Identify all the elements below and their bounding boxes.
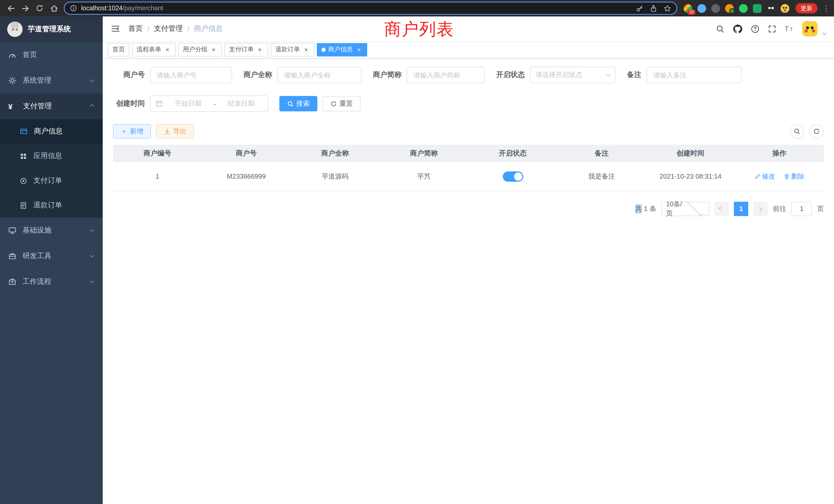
sidebar-item-pay[interactable]: ¥ 支付管理 <box>0 93 103 119</box>
search-button[interactable]: 搜索 <box>279 96 317 111</box>
app-title: 芋道管理系统 <box>28 25 71 34</box>
breadcrumb: 首页 / 支付管理 / 商户信息 <box>128 24 223 33</box>
tab-user-group[interactable]: 用户分组 × <box>178 43 222 56</box>
smiley-extension-icon[interactable] <box>781 4 789 13</box>
share-icon[interactable] <box>650 4 657 12</box>
bookmark-star-icon[interactable] <box>663 4 671 12</box>
toolbox-icon <box>8 252 17 260</box>
sidebar-item-refund-order[interactable]: 退款订单 <box>0 193 103 217</box>
profile-extension-icon[interactable] <box>725 4 734 13</box>
search-icon[interactable] <box>716 24 725 33</box>
tampermonkey-extension-icon[interactable] <box>767 4 775 13</box>
breadcrumb-separator: / <box>147 25 150 33</box>
close-icon[interactable]: × <box>256 46 263 53</box>
tab-process-form[interactable]: 流程表单 × <box>132 43 176 56</box>
filter-status: 开启状态 请选择开启状态 <box>496 67 616 83</box>
page-1-button[interactable]: 1 <box>734 202 748 216</box>
close-icon[interactable]: × <box>210 46 217 53</box>
tab-merchant-info[interactable]: 商户信息 × <box>317 43 367 56</box>
briefcase-icon <box>8 278 17 286</box>
pagination: 共 1 条 10条/页 1 前往 页 <box>113 202 824 216</box>
export-button[interactable]: 导出 <box>156 124 194 139</box>
toolbar-right <box>790 124 824 139</box>
grid-icon <box>20 152 27 160</box>
date-range-picker[interactable]: 开始日期 - 结束日期 <box>150 95 268 112</box>
chevron-down-icon <box>607 72 611 76</box>
prev-page-button[interactable] <box>714 202 729 216</box>
chat-extension-icon[interactable] <box>739 4 748 13</box>
close-icon[interactable]: × <box>164 46 171 53</box>
tab-label: 支付订单 <box>229 45 254 54</box>
refresh-button[interactable] <box>809 124 824 139</box>
page-size-select[interactable]: 10条/页 <box>661 202 709 216</box>
filter-remark: 备注 <box>627 67 742 83</box>
sidebar-item-system[interactable]: 系统管理 <box>0 68 103 93</box>
table-header-row: 商户编号 商户号 商户全称 商户简称 开启状态 备注 创建时间 操作 <box>113 145 824 162</box>
sidebar-item-label: 应用信息 <box>34 152 94 161</box>
yen-icon: ¥ <box>8 102 17 111</box>
sheet-extension-icon[interactable] <box>753 4 762 13</box>
site-info-icon[interactable] <box>70 5 77 12</box>
sidebar-item-label: 退款订单 <box>34 201 94 210</box>
url-host: localhost:1024 <box>81 5 123 12</box>
close-icon[interactable]: × <box>355 46 363 53</box>
cell-remark: 我是备注 <box>557 162 646 191</box>
sidebar-item-workflow[interactable]: 工作流程 <box>0 269 103 295</box>
goto-page-input[interactable] <box>791 202 812 216</box>
address-bar[interactable]: localhost:1024/pay/merchant <box>64 2 677 15</box>
col-remark: 备注 <box>557 145 646 162</box>
breadcrumb-section[interactable]: 支付管理 <box>154 24 183 33</box>
sidebar-item-merchant-info[interactable]: 商户信息 <box>0 119 103 144</box>
password-key-icon[interactable] <box>636 4 643 12</box>
tab-pay-order[interactable]: 支付订单 × <box>224 43 268 56</box>
end-date-placeholder: 结束日期 <box>220 99 262 108</box>
edit-link-label: 修改 <box>762 172 775 181</box>
sidebar-item-home[interactable]: 首页 <box>0 42 103 68</box>
col-merchant-short: 商户简称 <box>379 145 468 162</box>
search-toggle-button[interactable] <box>790 124 804 139</box>
document-icon <box>20 202 27 209</box>
edit-link[interactable]: 修改 <box>754 172 775 181</box>
reload-icon[interactable] <box>33 2 46 15</box>
close-icon[interactable]: × <box>303 46 310 53</box>
delete-link[interactable]: 删除 <box>784 172 805 181</box>
merchant-no-input[interactable] <box>150 67 232 83</box>
tab-refund-order[interactable]: 退款订单 × <box>271 43 314 56</box>
breadcrumb-home[interactable]: 首页 <box>128 24 143 33</box>
calendar-icon <box>156 100 163 107</box>
user-avatar[interactable] <box>802 21 817 37</box>
merchant-name-input[interactable] <box>277 67 361 83</box>
reset-button[interactable]: 重置 <box>323 96 360 111</box>
sidebar-item-app-info[interactable]: 应用信息 <box>0 144 103 168</box>
font-size-icon[interactable]: TT <box>785 25 794 33</box>
home-icon[interactable] <box>47 2 61 15</box>
chevron-down-icon <box>90 279 94 283</box>
extensions-puzzle-icon[interactable]: 10 <box>683 4 692 13</box>
goto-label: 前往 <box>773 204 786 213</box>
chevron-down-icon <box>687 200 703 216</box>
sidebar-item-dev-tools[interactable]: 研发工具 <box>0 243 103 269</box>
dark-extension-icon[interactable] <box>711 4 720 13</box>
reset-button-label: 重置 <box>339 99 353 108</box>
app-logo[interactable]: 芋道管理系统 <box>0 17 103 42</box>
browser-menu-icon[interactable]: ⋮ <box>823 4 830 12</box>
forward-icon[interactable] <box>19 2 32 15</box>
sidebar-item-pay-order[interactable]: 支付订单 <box>0 168 103 193</box>
back-icon[interactable] <box>4 2 18 15</box>
fullscreen-icon[interactable] <box>768 24 776 33</box>
field-label: 创建时间 <box>113 99 145 108</box>
add-button[interactable]: ＋ 新增 <box>113 124 151 139</box>
chevron-down-icon <box>90 228 94 232</box>
next-page-button[interactable] <box>753 202 768 216</box>
sidebar-item-infra[interactable]: 基础设施 <box>0 217 103 243</box>
merchant-short-input[interactable] <box>407 67 485 83</box>
status-switch[interactable] <box>503 171 523 182</box>
help-icon[interactable] <box>751 24 760 33</box>
github-icon[interactable] <box>733 24 743 33</box>
tab-home[interactable]: 首页 <box>108 43 129 56</box>
status-select[interactable]: 请选择开启状态 <box>530 67 616 83</box>
drop-extension-icon[interactable] <box>697 4 706 13</box>
remark-input[interactable] <box>646 67 742 83</box>
hamburger-icon[interactable] <box>111 24 120 33</box>
update-button[interactable]: 更新 <box>795 3 817 13</box>
